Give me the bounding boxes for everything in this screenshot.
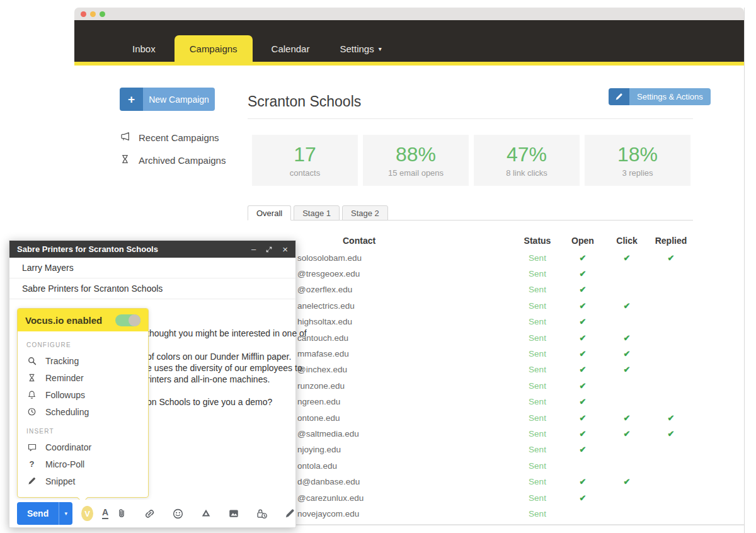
tab-inbox[interactable]: Inbox	[121, 35, 167, 62]
expand-icon[interactable]	[265, 246, 273, 253]
settings-actions-button[interactable]: Settings & Actions	[609, 88, 711, 105]
chevron-down-icon: ▾	[64, 510, 67, 517]
contact-email: solosolobam.edu	[297, 253, 362, 262]
status-badge: Sent	[518, 317, 556, 326]
tab-campaigns[interactable]: Campaigns	[175, 35, 253, 62]
menu-item-reminder[interactable]: Reminder	[26, 369, 139, 386]
stat-label: contacts	[290, 168, 320, 178]
tab-settings[interactable]: Settings ▾	[328, 35, 392, 62]
menu-item-coordinator[interactable]: Coordinator	[26, 438, 139, 456]
send-button[interactable]: Send	[17, 502, 59, 525]
confidential-mode-icon[interactable]	[256, 508, 268, 520]
menu-item-snippet[interactable]: Snippet	[26, 473, 139, 490]
recipient-field[interactable]: Larry Mayers	[9, 258, 295, 278]
open-check-icon: ✔	[564, 333, 602, 342]
subject-field[interactable]: Sabre Printers for Scranton Schools	[9, 278, 295, 299]
menu-item-micro-poll[interactable]: ? Micro-Poll	[26, 456, 139, 473]
hourglass-icon	[120, 154, 130, 166]
minimize-icon[interactable]: –	[251, 245, 256, 253]
image-icon[interactable]	[228, 508, 239, 519]
status-badge: Sent	[518, 349, 556, 358]
vocus-v-icon[interactable]: V	[81, 506, 93, 521]
text-format-icon[interactable]: A	[102, 508, 108, 519]
compose-header[interactable]: Sabre Printers for Scranton Schools – ×	[9, 241, 295, 258]
compose-body-editor[interactable]: thought you might be interested in one o…	[9, 299, 295, 527]
menu-item-label: Scheduling	[45, 407, 89, 417]
column-header-open[interactable]: Open	[564, 236, 602, 246]
tab-stage-2[interactable]: Stage 2	[342, 205, 388, 221]
status-badge: Sent	[518, 461, 556, 470]
click-check-icon: ✔	[608, 349, 646, 358]
configure-list: Tracking Reminder Followups	[26, 352, 139, 420]
zoom-traffic-light[interactable]	[100, 11, 105, 17]
tab-label: Overall	[256, 209, 282, 218]
vocus-toggle[interactable]	[115, 314, 140, 326]
question-mark-icon: ?	[26, 459, 37, 469]
tab-overall[interactable]: Overall	[248, 205, 291, 221]
open-check-icon: ✔	[564, 477, 602, 486]
body-text-line: on Schools to give you a demo?	[147, 397, 272, 407]
body-text-line: e uses the diversity of our employees to	[147, 363, 302, 373]
compose-window: Sabre Printers for Scranton Schools – × …	[9, 240, 296, 528]
tab-calendar[interactable]: Calendar	[260, 35, 321, 62]
open-check-icon: ✔	[564, 301, 602, 310]
link-icon[interactable]	[144, 508, 156, 520]
open-check-icon: ✔	[564, 253, 602, 262]
status-badge: Sent	[518, 301, 556, 310]
drive-icon[interactable]	[200, 508, 212, 519]
window-titlebar	[74, 8, 744, 20]
status-badge: Sent	[518, 285, 556, 294]
replied-check-icon: ✔	[649, 253, 693, 262]
menu-item-followups[interactable]: Followups	[26, 386, 139, 403]
status-badge: Sent	[518, 269, 556, 278]
column-header-status[interactable]: Status	[518, 236, 556, 246]
page-title: Scranton Schools	[248, 93, 361, 110]
menu-item-scheduling[interactable]: Scheduling	[26, 403, 139, 420]
insert-section-label: INSERT	[26, 428, 139, 435]
click-check-icon: ✔	[608, 365, 646, 374]
status-badge: Sent	[518, 445, 556, 454]
sidebar-item-recent-campaigns[interactable]: Recent Campaigns	[120, 131, 219, 144]
close-traffic-light[interactable]	[81, 11, 86, 17]
sidebar-item-archived-campaigns[interactable]: Archived Campaigns	[120, 154, 226, 166]
vocus-panel-header: Vocus.io enabled	[18, 309, 148, 331]
close-icon[interactable]: ×	[282, 244, 288, 254]
contact-email: @tresgeoex.edu	[297, 269, 360, 278]
click-check-icon: ✔	[608, 333, 646, 342]
magnifier-icon	[26, 356, 37, 366]
contact-email: @saltmedia.edu	[297, 428, 359, 438]
insert-list: Coordinator ? Micro-Poll Snippet	[26, 438, 139, 490]
emoji-icon[interactable]	[172, 508, 184, 520]
column-header-contact[interactable]: Contact	[343, 236, 375, 246]
menu-item-label: Snippet	[45, 476, 75, 486]
menu-item-label: Tracking	[45, 356, 79, 366]
speech-bubble-icon	[26, 442, 37, 452]
menu-item-label: Reminder	[45, 373, 84, 383]
status-badge: Sent	[518, 477, 556, 486]
paperclip-icon[interactable]	[116, 508, 127, 519]
tab-calendar-label: Calendar	[272, 43, 310, 54]
column-header-click[interactable]: Click	[608, 236, 646, 246]
contact-email: anelectrics.edu	[297, 301, 355, 310]
tab-inbox-label: Inbox	[132, 43, 156, 54]
click-check-icon: ✔	[608, 301, 646, 310]
pen-icon[interactable]	[284, 508, 295, 519]
contact-email: ngreen.edu	[297, 397, 340, 406]
open-check-icon: ✔	[564, 413, 602, 422]
toggle-knob	[129, 314, 140, 326]
stage-tabs: Overall Stage 1 Stage 2	[248, 205, 391, 221]
column-header-replied[interactable]: Replied	[649, 236, 693, 246]
menu-item-tracking[interactable]: Tracking	[26, 352, 139, 369]
minimize-traffic-light[interactable]	[90, 11, 96, 17]
sidebar-item-label: Archived Campaigns	[139, 155, 226, 166]
open-check-icon: ✔	[564, 428, 602, 438]
send-options-button[interactable]: ▾	[59, 502, 72, 525]
click-check-icon: ✔	[608, 253, 646, 262]
vocus-enabled-label: Vocus.io enabled	[25, 315, 115, 326]
open-check-icon: ✔	[564, 493, 602, 502]
new-campaign-button[interactable]: + New Campaign	[120, 88, 215, 111]
contact-email: runzone.edu	[297, 381, 345, 390]
tab-stage-1[interactable]: Stage 1	[294, 205, 340, 221]
click-check-icon: ✔	[608, 477, 646, 486]
body-text-line: of colors on our Dunder Mifflin paper.	[147, 352, 291, 362]
